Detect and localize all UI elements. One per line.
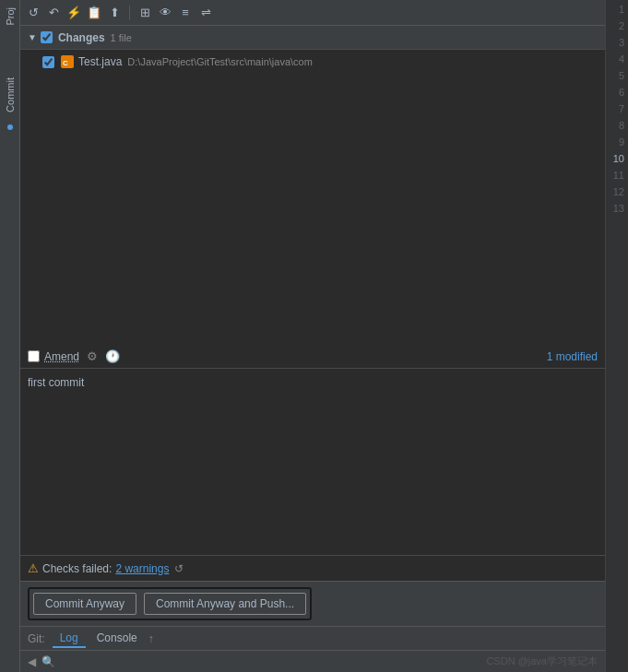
line-3: 3 [619,35,624,52]
checks-refresh-icon[interactable]: ↺ [174,562,184,575]
action-icon[interactable]: ⚡ [66,6,81,20]
toolbar-sep-1 [129,6,130,20]
file-list: C Test.java D:\JavaProject\GitTest\src\m… [20,50,605,345]
project-tab[interactable]: Proj [3,0,18,33]
amend-row: Amend ⚙ 🕐 1 modified [20,345,605,369]
line-13: 13 [613,201,624,218]
line-1: 1 [619,2,624,18]
warning-icon: ⚠ [28,561,39,575]
line-4: 4 [619,52,624,68]
menu-icon[interactable]: ≡ [178,6,193,20]
commit-and-push-button[interactable]: Commit Anyway and Push... [144,593,306,615]
checks-row: ⚠ Checks failed: 2 warnings ↺ [20,555,605,581]
commit-message-text: first commit [28,374,598,391]
line-8: 8 [619,118,624,135]
changes-title: Changes [58,31,105,44]
svg-text:C: C [63,59,68,67]
buttons-highlight-box: Commit Anyway Commit Anyway and Push... [28,587,312,620]
watermark-text: CSDN @java学习笔记本 [486,654,598,668]
main-content: ↺ ↶ ⚡ 📋 ⬆ ⊞ 👁 ≡ ⇌ ▼ Changes 1 file [20,0,605,672]
git-arrow-icon: ↑ [148,632,154,645]
amend-label: Amend [44,350,79,363]
status-nav: ◀ 🔍 [28,655,55,668]
status-bar: ◀ 🔍 CSDN @java学习笔记本 [20,650,605,672]
warnings-link[interactable]: 2 warnings [115,562,169,575]
undo-icon[interactable]: ↶ [46,6,61,20]
line-2: 2 [619,18,624,35]
java-file-icon: C [60,54,75,69]
search-icon[interactable]: 🔍 [41,655,55,668]
push-icon[interactable]: ⬆ [107,6,122,20]
modified-badge: 1 modified [547,350,598,363]
file-item[interactable]: C Test.java D:\JavaProject\GitTest\src\m… [20,52,605,72]
line-12: 12 [613,184,624,201]
file-name: Test.java [78,55,122,68]
expand-icon[interactable]: ▼ [28,32,37,42]
commit-anyway-button[interactable]: Commit Anyway [33,593,136,615]
amend-checkbox[interactable] [28,350,40,362]
left-sidebar: Proj Commit [0,0,20,672]
file-path: D:\JavaProject\GitTest\src\main\java\com [127,56,313,67]
git-bar: Git: Log Console ↑ [20,626,605,650]
commit-message-area[interactable]: first commit [20,369,605,555]
changes-checkbox[interactable] [41,31,53,43]
toolbar: ↺ ↶ ⚡ 📋 ⬆ ⊞ 👁 ≡ ⇌ [20,0,605,26]
line-7: 7 [619,101,624,118]
checks-label: Checks failed: [42,562,112,575]
line-6: 6 [619,85,624,101]
clock-icon[interactable]: 🕐 [105,349,120,363]
settings-icon[interactable]: ⚙ [87,349,98,363]
split-icon[interactable]: ⇌ [198,6,213,20]
commit-indicator [7,124,13,130]
git-log-tab[interactable]: Log [53,630,86,648]
buttons-container: Commit Anyway Commit Anyway and Push... [20,581,605,626]
nav-left-icon[interactable]: ◀ [28,655,36,668]
clipboard-icon[interactable]: 📋 [87,6,101,20]
file-checkbox[interactable] [42,56,54,68]
changes-header: ▼ Changes 1 file [20,26,605,50]
changes-count: 1 file [111,32,132,43]
line-5: 5 [619,68,624,85]
line-11: 11 [613,168,624,184]
git-console-tab[interactable]: Console [89,630,145,648]
refresh-icon[interactable]: ↺ [26,6,41,20]
commit-tab[interactable]: Commit [3,70,18,120]
line-9: 9 [619,135,624,151]
line-10: 10 [613,151,624,168]
git-label: Git: [28,632,45,645]
eye-icon[interactable]: 👁 [158,6,172,20]
line-numbers: 1 2 3 4 5 6 7 8 9 10 11 12 13 [605,0,628,672]
grid-icon[interactable]: ⊞ [137,6,152,20]
